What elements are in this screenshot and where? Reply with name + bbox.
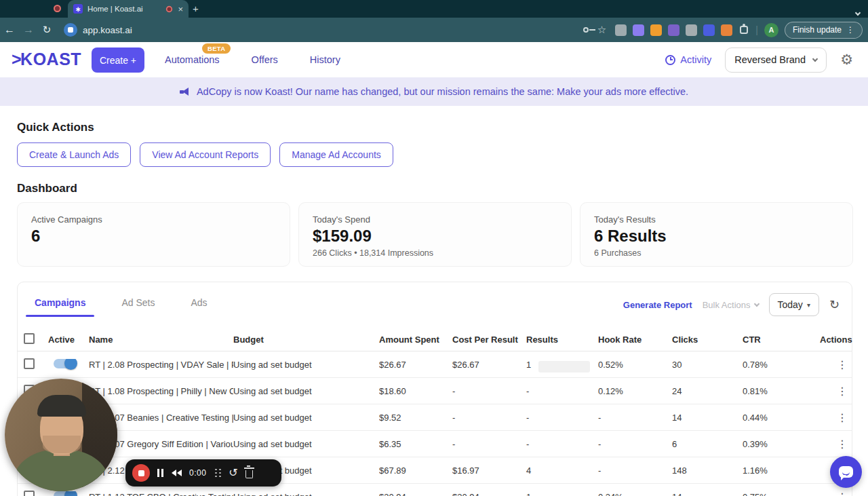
fox-extension-icon[interactable] <box>721 24 732 36</box>
column-header-active[interactable]: Active <box>48 335 89 345</box>
campaign-name[interactable]: RT | 1.08 Prospecting | Philly | New Cre… <box>89 386 233 396</box>
site-info-icon[interactable] <box>64 23 77 37</box>
koast-logo[interactable]: >KOAST <box>12 50 81 69</box>
app-navbar: >KOAST Create + AutomationsBETAOffersHis… <box>0 42 868 77</box>
stat-value: $159.09 <box>313 227 557 246</box>
column-header-actions[interactable]: Actions <box>820 335 853 345</box>
active-toggle[interactable] <box>54 491 76 496</box>
tab-search-chevron-icon[interactable] <box>856 5 860 18</box>
restart-recording-icon[interactable]: ↺ <box>229 468 237 478</box>
amount-spent-cell: $26.67 <box>379 360 452 370</box>
results-cell: - <box>526 439 598 449</box>
tab-close-icon[interactable]: × <box>178 5 183 14</box>
clicks-cell: 148 <box>672 465 743 476</box>
column-header-clicks[interactable]: Clicks <box>672 335 743 345</box>
code-extension-icon[interactable] <box>615 24 627 36</box>
new-tab-button[interactable]: + <box>193 3 199 14</box>
clicks-cell: 14 <box>672 492 743 496</box>
create-button[interactable]: Create + <box>92 47 144 73</box>
column-header-amount-spent[interactable]: Amount Spent <box>379 335 452 345</box>
spark-extension-icon[interactable] <box>650 24 662 36</box>
column-header-cost-per-result[interactable]: Cost Per Result <box>452 335 526 345</box>
password-manager-icon[interactable] <box>583 27 589 33</box>
column-header-budget[interactable]: Budget <box>233 335 379 345</box>
manage-ad-accounts-button[interactable]: Manage Ad Accounts <box>279 142 393 167</box>
create-launch-ads-button[interactable]: Create & Launch Ads <box>17 142 131 167</box>
rewind-icon[interactable] <box>171 470 182 476</box>
column-header-ctr[interactable]: CTR <box>743 335 820 345</box>
select-all-checkbox[interactable] <box>24 333 35 344</box>
row-actions-menu[interactable]: ⋮ <box>820 491 848 496</box>
bookmark-star-icon[interactable]: ☆ <box>597 24 606 36</box>
recording-indicator-icon <box>54 5 61 12</box>
extensions-puzzle-icon[interactable] <box>740 26 748 34</box>
toggle-knob-icon <box>64 491 77 496</box>
webcam-bubble[interactable] <box>5 379 117 491</box>
ctr-cell: 0.81% <box>743 386 820 396</box>
activity-label: Activity <box>680 54 711 65</box>
forward-button[interactable]: → <box>19 24 38 36</box>
row-actions-menu[interactable]: ⋮ <box>820 438 848 450</box>
campaign-name[interactable]: RT | 2.08 Prospecting | VDAY Sale | Pink… <box>89 360 233 370</box>
refresh-icon[interactable]: ↻ <box>829 297 840 312</box>
cost-per-result-cell: - <box>452 386 526 396</box>
results-cell: 4 <box>526 465 598 476</box>
stat-card-today-s-results: Today's Results6 Results6 Purchases <box>580 202 853 267</box>
chat-widget-button[interactable] <box>830 456 862 488</box>
clicks-cell: 24 <box>672 386 743 396</box>
skeleton-placeholder <box>538 361 590 373</box>
column-header-results[interactable]: Results <box>526 335 598 345</box>
amount-spent-cell: $30.94 <box>379 492 452 496</box>
row-actions-menu[interactable]: ⋮ <box>820 412 848 423</box>
tab-ad-sets[interactable]: Ad Sets <box>113 297 163 317</box>
active-toggle[interactable] <box>54 359 76 368</box>
column-header-name[interactable]: Name <box>89 335 233 345</box>
nav-link-offers[interactable]: Offers <box>252 54 278 65</box>
pause-icon[interactable] <box>157 469 163 477</box>
activity-button[interactable]: Activity <box>665 54 711 65</box>
stat-label: Today's Results <box>594 214 839 225</box>
row-actions-menu[interactable]: ⋮ <box>820 385 848 397</box>
row-checkbox[interactable] <box>24 491 35 496</box>
drag-handle-icon[interactable] <box>215 469 221 478</box>
profile-avatar[interactable]: A <box>764 23 778 37</box>
quick-actions-title: Quick Actions <box>17 121 94 134</box>
view-ad-account-reports-button[interactable]: View Ad Account Reports <box>140 142 271 167</box>
cost-per-result-cell: $16.97 <box>452 465 526 476</box>
generate-report-button[interactable]: Generate Report <box>623 300 692 310</box>
back-button[interactable]: ← <box>0 24 19 36</box>
campaign-name[interactable]: RT | 1.13 TOF CBO | Creative Testing | T… <box>89 492 233 496</box>
purple-dot-extension-icon[interactable] <box>668 24 679 36</box>
screen-recorder-controls: 0:00 ↺ <box>125 459 281 487</box>
tab-campaigns[interactable]: Campaigns <box>26 297 94 317</box>
browser-menu-icon[interactable]: ⋮ <box>846 25 854 35</box>
blue-extension-icon[interactable] <box>703 24 715 36</box>
toggle-knob-icon <box>64 359 77 370</box>
delete-recording-icon[interactable] <box>245 470 253 478</box>
reload-button[interactable]: ↻ <box>38 24 56 36</box>
address-bar[interactable]: app.koast.ai <box>83 25 132 35</box>
browser-tab[interactable]: ∗ Home | Koast.ai × <box>68 0 189 18</box>
recording-timer: 0:00 <box>189 468 206 478</box>
settings-gear-icon[interactable]: ⚙ <box>840 52 853 68</box>
column-header-hook-rate[interactable]: Hook Rate <box>598 335 672 345</box>
row-actions-menu[interactable]: ⋮ <box>820 359 848 370</box>
stat-subtext: 266 Clicks • 18,314 Impressions <box>313 248 557 258</box>
budget-cell: Using ad set budget <box>233 386 379 396</box>
row-checkbox[interactable] <box>24 358 35 369</box>
finish-update-button[interactable]: Finish update ⋮ <box>785 22 863 39</box>
clicks-cell: 6 <box>672 439 743 449</box>
brand-selector-dropdown[interactable]: Reversed Brand <box>725 47 827 73</box>
nav-link-history[interactable]: History <box>310 54 340 65</box>
megaphone-icon <box>180 88 191 96</box>
chat-bubble-icon <box>839 466 853 478</box>
date-filter-dropdown[interactable]: Today▾ <box>769 293 819 316</box>
tab-ads[interactable]: Ads <box>182 297 216 317</box>
stop-recording-button[interactable] <box>132 464 150 482</box>
gray-extension-icon[interactable] <box>686 24 697 36</box>
stat-card-today-s-spend: Today's Spend$159.09266 Clicks • 18,314 … <box>298 202 572 267</box>
hook-rate-cell: 0.34% <box>598 492 672 496</box>
ghost-extension-icon[interactable] <box>633 24 644 36</box>
hook-rate-cell: - <box>598 413 672 423</box>
nav-link-automations[interactable]: AutomationsBETA <box>165 54 220 65</box>
